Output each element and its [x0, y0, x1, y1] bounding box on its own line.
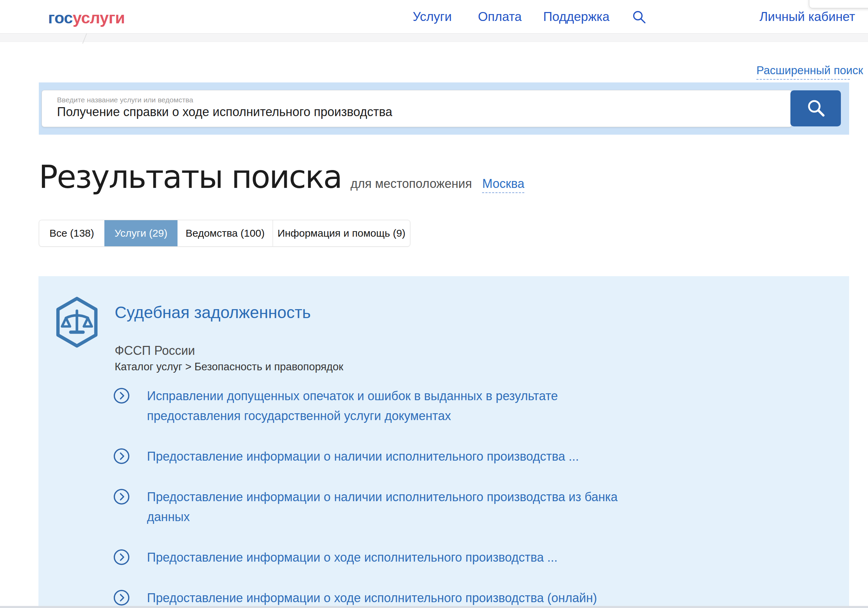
header-popup-fragment	[809, 0, 868, 8]
nav-link-support[interactable]: Поддержка	[543, 9, 609, 24]
service-link-item[interactable]: Предоставление информации о ходе исполни…	[113, 588, 817, 608]
breadcrumb: Каталог услуг > Безопасность и правопоря…	[115, 361, 343, 373]
service-link-text: Исправлении допущенных опечаток и ошибок…	[147, 386, 638, 426]
nav-link-account[interactable]: Личный кабинет	[760, 9, 855, 24]
chevron-right-icon	[113, 388, 130, 404]
logo-part-red: услуги	[73, 9, 125, 27]
search-field-container[interactable]: Введите название услуги или ведомства	[42, 90, 792, 127]
chevron-right-icon	[113, 589, 130, 606]
service-link-item[interactable]: Предоставление информации о ходе исполни…	[113, 548, 817, 568]
justice-scales-icon	[53, 296, 101, 348]
card-agency: ФССП России	[115, 343, 195, 358]
header-search-icon[interactable]	[631, 9, 647, 25]
service-link-item[interactable]: Предоставление информации о наличии испо…	[113, 487, 817, 527]
tab-all[interactable]: Все (138)	[39, 220, 104, 246]
search-submit-button[interactable]	[790, 90, 841, 126]
advanced-search-link[interactable]: Расширенный поиск	[756, 64, 850, 80]
service-link-text: Предоставление информации о ходе исполни…	[147, 548, 558, 568]
chevron-right-icon	[113, 489, 130, 505]
service-link-item[interactable]: Исправлении допущенных опечаток и ошибок…	[113, 386, 817, 426]
chevron-right-icon	[113, 549, 130, 565]
page-title: Результаты поиска	[39, 159, 342, 195]
location-link[interactable]: Москва	[482, 177, 524, 193]
location-prefix-label: для местоположения	[350, 177, 472, 191]
search-input[interactable]	[57, 105, 771, 119]
nav-link-services[interactable]: Услуги	[413, 9, 452, 24]
results-tab-bar: Все (138) Услуги (29) Ведомства (100) Ин…	[39, 220, 410, 247]
search-submit-icon	[805, 97, 826, 119]
header: госуслуги Услуги Оплата Поддержка Личный…	[0, 0, 868, 33]
bottom-window-edge	[0, 606, 868, 608]
chevron-right-icon	[113, 448, 130, 464]
search-band: Введите название услуги или ведомства	[39, 82, 849, 135]
service-link-list: Исправлении допущенных опечаток и ошибок…	[113, 386, 817, 608]
result-card: Судебная задолженность ФССП России Катал…	[39, 276, 849, 608]
card-title-link[interactable]: Судебная задолженность	[115, 303, 311, 322]
logo-part-blue: гос	[48, 9, 73, 27]
results-heading-row: Результаты поиска для местоположения Мос…	[39, 159, 849, 195]
search-field-label: Введите название услуги или ведомства	[57, 96, 792, 104]
service-link-item[interactable]: Предоставление информации о наличии испо…	[113, 447, 817, 467]
gosuslugi-logo[interactable]: госуслуги	[48, 8, 125, 27]
service-link-text: Предоставление информации о ходе исполни…	[147, 588, 597, 608]
subheader-diagonal-divider	[82, 33, 88, 43]
service-link-text: Предоставление информации о наличии испо…	[147, 447, 579, 467]
nav-link-payment[interactable]: Оплата	[478, 9, 522, 24]
service-link-text: Предоставление информации о наличии испо…	[147, 487, 638, 527]
tab-info-help[interactable]: Информация и помощь (9)	[273, 220, 410, 246]
tab-services-active[interactable]: Услуги (29)	[104, 220, 178, 246]
page: госуслуги Услуги Оплата Поддержка Личный…	[0, 0, 868, 608]
tab-agencies[interactable]: Ведомства (100)	[178, 220, 273, 246]
subheader-strip	[0, 33, 868, 42]
